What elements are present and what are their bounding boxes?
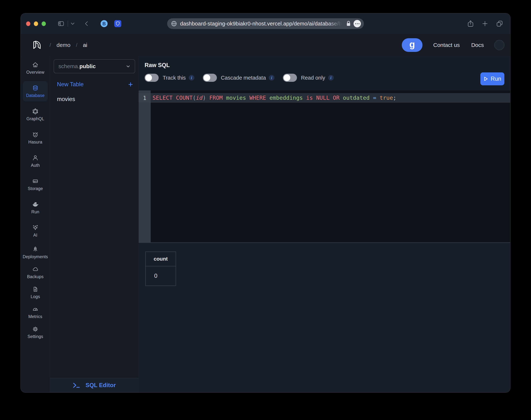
page-settings-button[interactable]	[354, 20, 361, 27]
sidebar-item-label: GraphQL	[26, 116, 44, 121]
line-number: 1	[139, 93, 151, 103]
document-icon	[32, 285, 39, 293]
sidebar-item-metrics[interactable]: Metrics	[22, 302, 48, 322]
drive-icon	[32, 178, 39, 185]
breadcrumb-separator: /	[49, 42, 51, 48]
gear-icon	[32, 325, 39, 333]
sidebar-item-storage[interactable]: Storage	[22, 173, 48, 196]
sql-token: ;	[393, 95, 396, 101]
zoom-window-button[interactable]	[42, 21, 46, 26]
sql-token: =	[373, 95, 376, 101]
sql-token: outdated	[343, 95, 370, 101]
share-icon[interactable]	[467, 20, 474, 27]
results-column-header: count	[145, 252, 176, 266]
breadcrumb-project[interactable]: demo	[57, 42, 70, 48]
sql-token	[340, 95, 343, 101]
track-this-toggle-group: Track this i	[145, 74, 194, 82]
sidebar-item-graphql[interactable]: GraphQL	[22, 103, 48, 126]
minimize-window-button[interactable]	[34, 21, 38, 26]
rocket-icon	[32, 246, 39, 253]
track-this-toggle[interactable]	[145, 74, 159, 82]
table-list-item[interactable]: movies	[50, 96, 139, 103]
sidebar-item-ai[interactable]: AI	[22, 219, 48, 242]
plus-icon[interactable]: +	[128, 82, 133, 87]
sql-editor-label: SQL Editor	[86, 382, 116, 389]
nhost-logo[interactable]	[31, 39, 43, 52]
toggle-label: Read only	[301, 75, 325, 81]
sidebar-toggle-icon[interactable]	[57, 20, 65, 27]
globe-icon	[171, 20, 177, 27]
code-line[interactable]: SELECT COUNT(id) FROM movies WHERE embed…	[153, 93, 396, 103]
sql-code-editor[interactable]: 1 SELECT COUNT(id) FROM movies WHERE emb…	[139, 90, 510, 242]
info-icon[interactable]: i	[269, 75, 274, 80]
cloud-icon	[32, 266, 39, 273]
sql-token: id	[196, 95, 203, 101]
sidebar-item-label: Settings	[28, 334, 43, 339]
docs-link[interactable]: Docs	[471, 42, 484, 48]
sidebar-item-label: Metrics	[28, 314, 42, 319]
sidebar-item-settings[interactable]: Settings	[22, 322, 48, 342]
schema-select[interactable]: schema.public	[54, 59, 135, 73]
contact-us-link[interactable]: Contact us	[433, 42, 460, 48]
sidebar-item-hasura[interactable]: Hasura	[22, 126, 48, 150]
sidebar-item-database[interactable]: Database	[22, 80, 48, 103]
sparkle-icon	[32, 224, 39, 231]
sidebar-item-label: Run	[32, 210, 39, 214]
docker-icon	[32, 201, 39, 208]
sidebar-item-deployments[interactable]: Deployments	[22, 242, 48, 262]
new-table-label[interactable]: New Table	[57, 81, 83, 88]
sql-token	[266, 95, 269, 101]
b-extension-badge[interactable]: B	[101, 20, 108, 27]
avatar[interactable]	[494, 40, 505, 50]
sidebar-item-label: Auth	[31, 163, 40, 168]
sidebar-item-run[interactable]: Run	[22, 196, 48, 219]
results-table: count 0	[145, 252, 176, 286]
info-icon[interactable]: i	[189, 75, 194, 80]
sidebar-item-label: Overview	[26, 70, 44, 75]
gauge-icon	[32, 305, 39, 313]
back-button[interactable]	[84, 20, 89, 27]
sql-token	[376, 95, 380, 101]
nav-sidebar: Overview Database GraphQL Hasura Auth St…	[21, 56, 50, 392]
sidebar-item-auth[interactable]: Auth	[22, 150, 48, 173]
close-window-button[interactable]	[26, 21, 30, 26]
feedback-button[interactable]: g	[402, 38, 422, 52]
sql-token	[173, 95, 176, 101]
address-bar[interactable]: dashboard-staging-ok9biakr0-nhost.vercel…	[167, 18, 364, 29]
shield-extension-badge[interactable]	[114, 20, 121, 27]
breadcrumb-app[interactable]: ai	[83, 42, 87, 48]
sql-token: WHERE	[249, 95, 266, 101]
sidebar-item-label: Backups	[27, 274, 44, 279]
breadcrumb-separator: /	[76, 42, 78, 48]
cascade-metadata-toggle[interactable]	[203, 74, 217, 82]
chevron-down-icon	[126, 64, 131, 69]
sql-token	[370, 95, 373, 101]
new-tab-icon[interactable]	[482, 20, 488, 27]
toggle-label: Cascade metadata	[221, 75, 266, 81]
chevron-down-icon[interactable]	[71, 22, 75, 25]
sql-token	[329, 95, 333, 101]
main-content: Raw SQL Track this i Cascade metadata i	[139, 56, 510, 392]
sidebar-item-backups[interactable]: Backups	[22, 262, 48, 282]
sql-token: OR	[333, 95, 339, 101]
sidebar-item-logs[interactable]: Logs	[22, 282, 48, 302]
home-icon	[32, 61, 39, 69]
sql-editor-tab[interactable]: SQL Editor	[50, 378, 139, 392]
url-fade	[328, 19, 344, 28]
sidebar-item-overview[interactable]: Overview	[22, 56, 48, 80]
sql-token	[303, 95, 306, 101]
schema-prefix: schema.	[58, 63, 79, 69]
page-title: Raw SQL	[145, 62, 504, 69]
sql-token: NULL	[316, 95, 329, 101]
sql-token: COUNT	[176, 95, 193, 101]
sidebar-item-label: Database	[26, 93, 45, 98]
toggle-label: Track this	[163, 75, 186, 81]
new-table-row[interactable]: New Table +	[50, 81, 139, 88]
read-only-toggle[interactable]	[283, 74, 297, 82]
sidebar-item-label: Logs	[31, 294, 40, 299]
results-cell: 0	[145, 266, 176, 286]
info-icon[interactable]: i	[328, 75, 334, 80]
run-button[interactable]: Run	[480, 72, 504, 85]
tab-overview-icon[interactable]	[496, 20, 503, 27]
sidebar-item-label: Hasura	[28, 140, 42, 145]
